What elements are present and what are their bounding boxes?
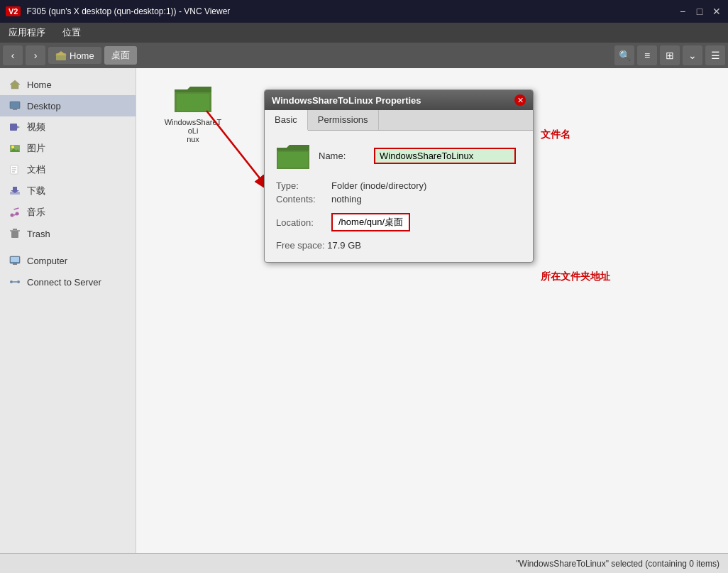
sidebar-item-videos[interactable]: 视频 — [0, 116, 136, 138]
svg-marker-6 — [17, 126, 20, 129]
videos-icon — [9, 121, 21, 133]
freespace-value: 17.9 GB — [327, 240, 361, 251]
svg-rect-25 — [11, 257, 19, 262]
dialog-name-row: Name: — [319, 148, 522, 164]
main-content: Home Desktop 视频 — [0, 68, 728, 553]
computer-icon — [9, 254, 21, 267]
name-input[interactable] — [374, 148, 516, 164]
menu-button[interactable]: ☰ — [705, 45, 725, 65]
folder-item-windows-share[interactable]: WindowsShareToLinux — [158, 75, 228, 149]
sidebar-label-documents: 文档 — [27, 163, 45, 176]
sort-button[interactable]: ⌄ — [683, 45, 702, 65]
contents-row: Contents: nothing — [276, 194, 522, 204]
folder-label: WindowsShareToLinux — [163, 118, 223, 143]
sidebar-label-home: Home — [27, 80, 52, 90]
sidebar-item-downloads[interactable]: 下载 — [0, 180, 136, 202]
music-icon — [9, 206, 21, 219]
minimize-button[interactable]: − — [677, 6, 688, 17]
menu-location[interactable]: 位置 — [60, 25, 84, 40]
connect-icon — [9, 275, 21, 288]
svg-point-26 — [10, 280, 13, 283]
sidebar-label-pictures: 图片 — [27, 142, 45, 155]
forward-button[interactable]: › — [26, 45, 45, 65]
sidebar-label-music: 音乐 — [27, 206, 45, 219]
file-area: WindowsShareToLinux WindowsShareToLinux … — [136, 68, 728, 553]
svg-point-27 — [17, 280, 20, 283]
menu-bar: 应用程序 位置 — [0, 23, 728, 43]
location-label: Location: — [276, 217, 331, 228]
dialog-folder-icon — [276, 142, 310, 172]
tab-permissions[interactable]: Permissions — [308, 110, 379, 130]
window-title: F305 (qun's X desktop (qun-desktop:1)) -… — [26, 6, 677, 16]
sidebar-label-trash: Trash — [27, 229, 50, 239]
title-bar: V2 F305 (qun's X desktop (qun-desktop:1)… — [0, 0, 728, 23]
annotation-location: 所在文件夹地址 — [541, 271, 610, 283]
svg-rect-3 — [10, 102, 20, 109]
svg-rect-20 — [11, 231, 18, 238]
sidebar-label-connect: Connect to Server — [27, 277, 101, 288]
sidebar-label-videos: 视频 — [27, 121, 45, 133]
sidebar-item-computer[interactable]: Computer — [0, 250, 136, 271]
sidebar-item-desktop[interactable]: Desktop — [0, 95, 136, 116]
dialog-tabs: Basic Permissions — [265, 110, 533, 131]
trash-icon — [9, 227, 21, 240]
nav-actions: 🔍 ≡ ⊞ ⌄ ☰ — [614, 45, 725, 65]
sidebar-item-pictures[interactable]: 图片 — [0, 138, 136, 159]
breadcrumb-home[interactable]: Home — [48, 47, 101, 64]
svg-rect-24 — [13, 263, 17, 265]
home-icon — [9, 78, 21, 91]
annotation-filename: 文件名 — [541, 129, 570, 141]
dialog-name-section: Name: — [319, 148, 522, 167]
svg-line-19 — [14, 208, 19, 209]
downloads-icon — [9, 185, 21, 197]
sidebar-label-desktop: Desktop — [27, 101, 61, 111]
documents-icon — [9, 163, 21, 176]
freespace-row: Free space: 17.9 GB — [276, 240, 522, 251]
window-controls: − □ ✕ — [677, 6, 722, 17]
sidebar: Home Desktop 视频 — [0, 68, 136, 553]
svg-rect-29 — [177, 94, 209, 111]
tab-basic[interactable]: Basic — [265, 110, 308, 131]
folder-icon — [173, 81, 213, 115]
type-label: Type: — [276, 180, 331, 191]
search-button[interactable]: 🔍 — [614, 45, 634, 65]
sidebar-item-documents[interactable]: 文档 — [0, 159, 136, 180]
sidebar-label-downloads: 下载 — [27, 185, 45, 197]
list-view-button[interactable]: ≡ — [637, 45, 657, 65]
dialog-title-bar: WindowsShareToLinux Properties ✕ — [265, 90, 533, 110]
dialog-header: Name: — [276, 142, 522, 172]
dialog-body: Name: Type: Folder (inode/directory) Con… — [265, 131, 533, 262]
type-value: Folder (inode/directory) — [331, 180, 426, 191]
breadcrumb-desktop[interactable]: 桌面 — [104, 46, 137, 65]
contents-label: Contents: — [276, 194, 331, 204]
desktop-icon — [9, 99, 21, 112]
status-text: "WindowsShareToLinux" selected (containi… — [516, 559, 719, 569]
type-row: Type: Folder (inode/directory) — [276, 180, 522, 191]
close-button[interactable]: ✕ — [711, 6, 722, 17]
name-label: Name: — [319, 151, 368, 161]
pictures-icon — [9, 142, 21, 155]
svg-point-16 — [11, 214, 14, 217]
status-bar: "WindowsShareToLinux" selected (containi… — [0, 553, 728, 573]
svg-rect-4 — [13, 109, 17, 110]
svg-point-8 — [11, 146, 14, 148]
location-row: Location: /home/qun/桌面 — [276, 213, 522, 231]
sidebar-item-trash[interactable]: Trash — [0, 223, 136, 244]
freespace-label: Free space: — [276, 240, 325, 251]
sidebar-item-home[interactable]: Home — [0, 74, 136, 95]
home-folder-icon — [55, 50, 67, 61]
menu-applications[interactable]: 应用程序 — [6, 25, 48, 40]
svg-marker-2 — [10, 80, 20, 89]
dialog-title: WindowsShareToLinux Properties — [272, 95, 421, 106]
back-button[interactable]: ‹ — [3, 45, 23, 65]
svg-rect-32 — [278, 152, 308, 168]
properties-dialog: WindowsShareToLinux Properties ✕ Basic P… — [264, 89, 534, 263]
sidebar-item-music[interactable]: 音乐 — [0, 202, 136, 223]
sidebar-item-connect[interactable]: Connect to Server — [0, 271, 136, 293]
sidebar-label-computer: Computer — [27, 256, 67, 266]
contents-value: nothing — [331, 194, 362, 204]
nav-bar: ‹ › Home 桌面 🔍 ≡ ⊞ ⌄ ☰ — [0, 43, 728, 68]
dialog-close-button[interactable]: ✕ — [514, 94, 526, 106]
grid-view-button[interactable]: ⊞ — [660, 45, 680, 65]
maximize-button[interactable]: □ — [694, 6, 705, 17]
